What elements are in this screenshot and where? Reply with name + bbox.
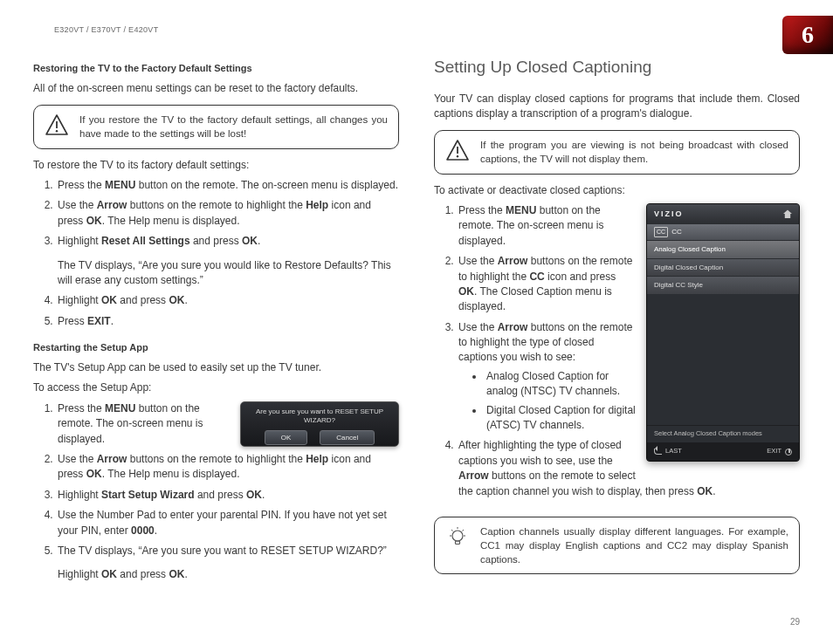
text: The TV's Setup App can be used to easily…	[33, 360, 399, 375]
text: To activate or deactivate closed caption…	[434, 183, 800, 198]
warning-callout-restore: If you restore the TV to the factory def…	[33, 105, 399, 148]
warning-text: If you restore the TV to the factory def…	[79, 113, 388, 140]
step: Use the Number Pad to enter your parenta…	[56, 508, 399, 538]
warning-icon	[45, 114, 69, 135]
lightbulb-icon	[445, 526, 470, 549]
step: Use the Arrow buttons on the remote to h…	[56, 198, 399, 229]
svg-point-3	[457, 155, 458, 157]
warning-callout-cc: If the program you are viewing is not be…	[434, 130, 800, 174]
step: Press the MENU button on the remote. The…	[56, 178, 399, 193]
text: To restore the TV to its factory default…	[33, 158, 399, 173]
dialog-ok-button[interactable]: OK	[265, 430, 308, 446]
text: Your TV can display closed captions for …	[434, 92, 800, 122]
dialog-question: Are you sure you want to RESET SETUPWIZA…	[246, 408, 393, 426]
cc-icon: CC	[654, 227, 668, 237]
exit-icon	[785, 449, 792, 456]
step: Press EXIT.	[56, 314, 399, 329]
tv-breadcrumb: CCCC	[647, 224, 799, 240]
restore-steps: Press the MENU button on the remote. The…	[33, 178, 399, 329]
warning-text: If the program you are viewing is not be…	[480, 138, 788, 166]
step: Use the Arrow buttons on the remote to h…	[56, 452, 399, 483]
svg-point-1	[56, 130, 58, 132]
sub-text: The TV displays, “Are you sure you would…	[58, 258, 399, 289]
heading-restart: Restarting the Setup App	[33, 341, 399, 355]
step: Highlight Reset All Settings and press O…	[56, 234, 399, 288]
step: The TV displays, “Are you sure you want …	[56, 544, 399, 583]
tv-menu-row-digital-cc-style[interactable]: Digital CC Style	[647, 276, 799, 294]
sub-text: Highlight OK and press OK.	[58, 567, 399, 582]
dialog-cancel-button[interactable]: Cancel	[320, 430, 375, 446]
heading-restore: Restoring the TV to the Factory Default …	[33, 62, 399, 76]
tv-nav-last[interactable]: LAST	[654, 447, 682, 456]
tv-menu-row-digital-cc[interactable]: Digital Closed Caption	[647, 258, 799, 277]
manual-page: E320VT / E370VT / E420VT 6 Restoring the…	[0, 0, 833, 644]
right-column: Setting Up Closed Captioning Your TV can…	[434, 50, 800, 592]
back-icon	[654, 449, 662, 455]
step: Highlight OK and press OK.	[56, 293, 399, 308]
svg-rect-5	[456, 541, 460, 545]
tv-menu-footer-message: Select Analog Closed Caption modes	[647, 425, 799, 442]
svg-line-10	[463, 530, 465, 531]
tip-callout-cc: Caption channels usually display differe…	[434, 517, 800, 574]
tip-text: Caption channels usually display differe…	[480, 524, 788, 566]
svg-line-9	[451, 530, 453, 531]
text: To access the Setup App:	[33, 380, 399, 395]
tv-menu-header: VIZIO	[647, 204, 799, 224]
tv-brand: VIZIO	[654, 209, 684, 220]
tv-dialog-reset-setup: Are you sure you want to RESET SETUPWIZA…	[240, 401, 399, 447]
warning-icon	[445, 140, 470, 161]
left-column: Restoring the TV to the Factory Default …	[33, 50, 399, 592]
chapter-number: 6	[802, 17, 814, 53]
home-icon[interactable]	[783, 209, 792, 218]
tv-menu-cc: VIZIO CCCC Analog Closed Caption Digital…	[646, 203, 800, 462]
svg-point-4	[452, 531, 463, 541]
tv-nav-exit[interactable]: EXIT	[767, 447, 792, 456]
header-model-line: E320VT / E370VT / E420VT	[54, 24, 800, 36]
tv-menu-nav: LAST EXIT	[647, 442, 799, 461]
step: Highlight Start Setup Wizard and press O…	[56, 488, 399, 503]
tv-menu-row-analog-cc[interactable]: Analog Closed Caption	[647, 240, 799, 258]
page-number: 29	[790, 616, 800, 629]
text: All of the on-screen menu settings can b…	[33, 81, 399, 96]
chapter-tab: 6	[782, 16, 833, 54]
heading-closed-captioning: Setting Up Closed Captioning	[434, 55, 800, 79]
